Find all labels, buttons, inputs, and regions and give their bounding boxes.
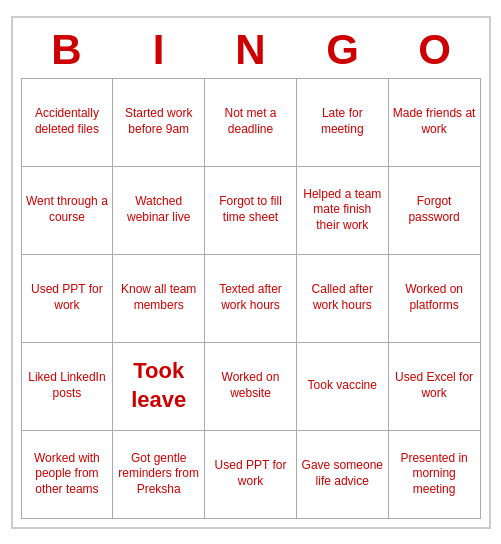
bingo-cell-14[interactable]: Worked on platforms — [389, 255, 481, 343]
bingo-header: BINGO — [21, 26, 481, 74]
bingo-cell-8[interactable]: Helped a team mate finish their work — [297, 167, 389, 255]
bingo-cell-15[interactable]: Liked LinkedIn posts — [22, 343, 114, 431]
bingo-cell-11[interactable]: Know all team members — [113, 255, 205, 343]
bingo-cell-17[interactable]: Worked on website — [205, 343, 297, 431]
bingo-letter-o: O — [391, 26, 479, 74]
bingo-cell-13[interactable]: Called after work hours — [297, 255, 389, 343]
bingo-cell-3[interactable]: Late for meeting — [297, 79, 389, 167]
bingo-grid: Accidentally deleted filesStarted work b… — [21, 78, 481, 519]
bingo-cell-4[interactable]: Made friends at work — [389, 79, 481, 167]
bingo-cell-22[interactable]: Used PPT for work — [205, 431, 297, 519]
bingo-cell-21[interactable]: Got gentle reminders from Preksha — [113, 431, 205, 519]
bingo-cell-20[interactable]: Worked with people from other teams — [22, 431, 114, 519]
bingo-cell-18[interactable]: Took vaccine — [297, 343, 389, 431]
bingo-cell-6[interactable]: Watched webinar live — [113, 167, 205, 255]
bingo-cell-2[interactable]: Not met a deadline — [205, 79, 297, 167]
bingo-cell-7[interactable]: Forgot to fill time sheet — [205, 167, 297, 255]
bingo-cell-1[interactable]: Started work before 9am — [113, 79, 205, 167]
bingo-cell-16[interactable]: Took leave — [113, 343, 205, 431]
bingo-letter-g: G — [299, 26, 387, 74]
bingo-cell-0[interactable]: Accidentally deleted files — [22, 79, 114, 167]
bingo-cell-24[interactable]: Presented in morning meeting — [389, 431, 481, 519]
bingo-cell-19[interactable]: Used Excel for work — [389, 343, 481, 431]
bingo-cell-23[interactable]: Gave someone life advice — [297, 431, 389, 519]
bingo-letter-i: I — [115, 26, 203, 74]
bingo-cell-5[interactable]: Went through a course — [22, 167, 114, 255]
bingo-letter-n: N — [207, 26, 295, 74]
bingo-cell-10[interactable]: Used PPT for work — [22, 255, 114, 343]
bingo-cell-12[interactable]: Texted after work hours — [205, 255, 297, 343]
bingo-cell-9[interactable]: Forgot password — [389, 167, 481, 255]
bingo-card: BINGO Accidentally deleted filesStarted … — [11, 16, 491, 529]
bingo-letter-b: B — [23, 26, 111, 74]
